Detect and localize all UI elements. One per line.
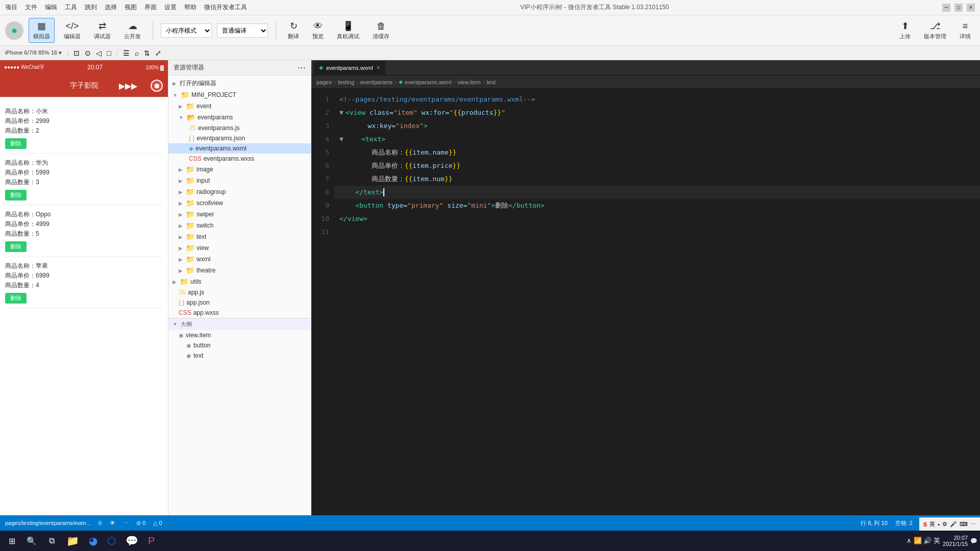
copy-icon[interactable]: ⎘ — [99, 520, 102, 526]
tree-folder-image[interactable]: ▶ 📁 image — [168, 164, 311, 175]
file-tree-content[interactable]: ▶ 打开的编辑器 ▼ 📁 MINI_PROJECT ▶ 📁 event ▼ 📂 … — [168, 76, 311, 536]
back-icon[interactable]: ◁ — [96, 49, 102, 57]
debugger-button[interactable]: ⇄ 调试器 — [90, 18, 115, 42]
clear-cache-button[interactable]: 🗑 清缓存 — [369, 19, 394, 42]
menu-wechat-dev[interactable]: 微信开发者工具 — [204, 3, 247, 12]
tree-folder-switch[interactable]: ▶ 📁 switch — [168, 220, 311, 231]
bc-text[interactable]: text — [486, 79, 496, 85]
preview-icon2[interactable]: 👁 — [110, 520, 115, 526]
bc-viewitem[interactable]: view.item — [457, 79, 480, 85]
cloud-button[interactable]: ☁ 云开发 — [120, 18, 145, 42]
menu-file[interactable]: 文件 — [25, 3, 37, 12]
tree-folder-utils[interactable]: ▶ 📁 utils — [168, 276, 311, 287]
outline-section[interactable]: ▼ 大纲 — [168, 318, 311, 330]
maximize-button[interactable]: □ — [954, 4, 963, 12]
preview-button[interactable]: 👁 预览 — [308, 19, 328, 42]
bc-testing[interactable]: testing — [338, 79, 354, 85]
menu-view[interactable]: 视图 — [125, 3, 137, 12]
tree-file-eventparams-js[interactable]: JS eventparams.js — [168, 123, 311, 133]
tree-folder-event[interactable]: ▶ 📁 event — [168, 101, 311, 112]
code-line-9[interactable]: <button type="primary" size="mini" >删除</… — [334, 199, 980, 212]
code-line-4[interactable]: ▼ <text> — [334, 133, 980, 146]
capture-icon[interactable]: ⊙ — [85, 49, 91, 57]
code-line-7[interactable]: 商品数量： {{item.num}} — [334, 172, 980, 186]
minimize-button[interactable]: ─ — [942, 4, 950, 12]
recent-files-section[interactable]: ▶ 打开的编辑器 — [168, 78, 311, 89]
ime-icon3[interactable]: ⌨ — [960, 521, 968, 528]
code-content[interactable]: <!--pages/testing/eventparams/eventparam… — [334, 89, 980, 531]
code-line-8[interactable]: </text> — [334, 186, 980, 199]
bc-eventparams[interactable]: eventparams — [360, 79, 393, 85]
taskbar-app-chrome[interactable]: ◕ — [85, 532, 102, 550]
taskbar-app-file[interactable]: 📁 — [62, 532, 83, 550]
delete-button-3[interactable]: 删除 — [5, 241, 27, 252]
tree-folder-radiogroup[interactable]: ▶ 📁 radiogroup — [168, 186, 311, 197]
rotate-icon[interactable]: ⊡ — [74, 49, 80, 57]
compile-select[interactable]: 普通编译 — [217, 23, 268, 38]
tree-file-appwxss[interactable]: CSS app.wxss — [168, 308, 311, 318]
notification-icon[interactable]: 💬 — [970, 538, 977, 544]
delete-button-4[interactable]: 删除 — [5, 293, 27, 304]
forward-icon[interactable]: □ — [107, 49, 111, 57]
code-line-1[interactable]: <!--pages/testing/eventparams/eventparam… — [334, 93, 980, 106]
tree-folder-view[interactable]: ▶ 📁 view — [168, 242, 311, 254]
ime-icon2[interactable]: 🎤 — [950, 521, 957, 528]
outline-button[interactable]: ◉ button — [168, 340, 311, 350]
phone-play-icon[interactable]: ▶▶▶ — [119, 81, 137, 91]
delete-button-2[interactable]: 删除 — [5, 190, 27, 201]
menu-help[interactable]: 帮助 — [184, 3, 197, 12]
menu-edit[interactable]: 编辑 — [45, 3, 57, 12]
outline-text[interactable]: ◉ text — [168, 350, 311, 361]
code-line-6[interactable]: 商品单价： {{item.price}} — [334, 159, 980, 172]
tree-file-appjs[interactable]: JS app.js — [168, 287, 311, 297]
task-view-button[interactable]: ⧉ — [42, 532, 61, 550]
project-root[interactable]: ▼ 📁 MINI_PROJECT — [168, 89, 311, 101]
menu-project[interactable]: 项目 — [5, 3, 17, 12]
version-button[interactable]: ⎇ 版本管理 — [920, 18, 950, 42]
code-line-5[interactable]: 商品名称： {{item.name}} — [334, 146, 980, 159]
taskbar-app-wechat[interactable]: 💬 — [121, 532, 142, 550]
active-tab[interactable]: ◈ eventparams.wxml ✕ — [314, 61, 385, 74]
menu-tool[interactable]: 工具 — [65, 3, 77, 12]
menu-select[interactable]: 选择 — [105, 3, 117, 12]
editor-button[interactable]: </> 编辑器 — [60, 19, 85, 42]
menu-settings[interactable]: 设置 — [164, 3, 177, 12]
code-line-11[interactable] — [334, 226, 980, 239]
file-more-icon[interactable]: ⋯ — [298, 63, 306, 72]
tree-folder-wxml[interactable]: ▶ 📁 wxml — [168, 254, 311, 265]
delete-button-1[interactable]: 删除 — [5, 138, 27, 149]
tree-file-appjson[interactable]: { } app.json — [168, 297, 311, 308]
ime-icon4[interactable]: ⋯ — [970, 521, 976, 528]
phone-rec-button[interactable]: ⏺ — [151, 80, 163, 92]
refresh-button[interactable]: ↻ 翻译 — [284, 18, 303, 42]
sort-icon[interactable]: ⇅ — [144, 49, 150, 57]
menu-interface[interactable]: 界面 — [144, 3, 157, 12]
taskbar-app-ppt[interactable]: P — [144, 532, 159, 550]
simulator-button[interactable]: ▦ 模拟器 — [29, 18, 55, 43]
ime-icon1[interactable]: ⚙ — [942, 521, 947, 528]
tree-file-eventparams-wxml[interactable]: ◈ eventparams.wxml — [168, 143, 311, 154]
tree-folder-input[interactable]: ▶ 📁 input — [168, 175, 311, 186]
expand-icon[interactable]: ⤢ — [155, 49, 161, 57]
detail-button[interactable]: ≡ 详情 — [955, 19, 975, 42]
start-button[interactable]: ⊞ — [3, 532, 21, 550]
tree-file-eventparams-wxss[interactable]: CSS eventparams.wxss — [168, 154, 311, 164]
tree-folder-eventparams[interactable]: ▼ 📂 eventparams — [168, 112, 311, 123]
tree-folder-text[interactable]: ▶ 📁 text — [168, 231, 311, 242]
outline-viewitem[interactable]: ◉ view.item — [168, 330, 311, 340]
search-button[interactable]: 🔍 — [22, 532, 41, 550]
more-icon2[interactable]: ⋯ — [123, 520, 129, 527]
tree-folder-scrollview[interactable]: ▶ 📁 scrollview — [168, 197, 311, 209]
code-line-10[interactable]: </view> — [334, 212, 980, 226]
tree-folder-swiper[interactable]: ▶ 📁 swiper — [168, 209, 311, 220]
taskbar-app-vscode[interactable]: ⬡ — [103, 532, 120, 550]
tree-folder-theatre[interactable]: ▶ 📁 theatre — [168, 265, 311, 276]
code-line-3[interactable]: wx:key="index"> — [334, 119, 980, 133]
search-icon2[interactable]: ⌕ — [135, 49, 139, 57]
mode-select[interactable]: 小程序模式 — [161, 23, 212, 38]
code-line-2[interactable]: ▼ <view class="item" wx:for="{{products}… — [334, 106, 980, 119]
tree-file-eventparams-json[interactable]: { } eventparams.json — [168, 133, 311, 143]
menu-goto[interactable]: 跳到 — [85, 3, 97, 12]
bc-pages[interactable]: pages — [316, 79, 332, 85]
close-button[interactable]: × — [967, 4, 975, 12]
